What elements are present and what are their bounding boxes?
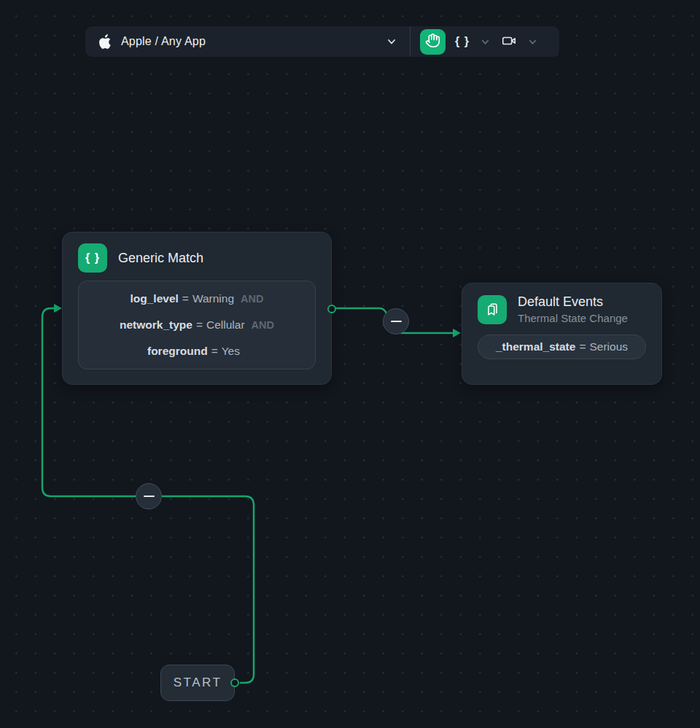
condition-value: Cellular — [206, 318, 245, 331]
condition-value: Warning — [192, 292, 234, 305]
video-camera-icon — [501, 33, 517, 51]
condition-row: foreground=Yes — [79, 345, 315, 358]
condition-operator: = — [579, 340, 586, 353]
camera-tool-button[interactable] — [499, 31, 518, 52]
node-start[interactable]: START — [160, 665, 235, 701]
app-selector-dropdown[interactable]: Apple / Any App — [85, 26, 410, 57]
condition-conjunction: AND — [252, 319, 274, 331]
condition-key: foreground — [147, 345, 208, 357]
node-header: Default Events Thermal State Change — [462, 283, 661, 332]
toolbar-tools: { } — [411, 29, 548, 55]
node-subtitle: Thermal State Change — [518, 312, 628, 324]
node-title: Default Events — [518, 294, 628, 310]
node-title: Generic Match — [118, 251, 203, 266]
condition-operator: = — [196, 318, 203, 331]
condition-row: network_type=CellularAND — [79, 318, 315, 332]
braces-icon: { } — [455, 35, 470, 48]
node-generic-match[interactable]: { } Generic Match log_level=WarningAND n… — [62, 232, 332, 385]
node-default-events[interactable]: Default Events Thermal State Change _the… — [462, 283, 662, 385]
top-toolbar: Apple / Any App { } — [85, 26, 559, 57]
condition-key: network_type — [120, 318, 192, 331]
conditions-box[interactable]: log_level=WarningAND network_type=Cellul… — [78, 281, 316, 369]
bookmarks-node-icon — [478, 295, 507, 324]
edge-arrowhead — [453, 329, 461, 337]
chevron-down-icon — [385, 35, 398, 48]
braces-node-icon: { } — [78, 243, 107, 273]
edge-remove-button[interactable] — [136, 483, 162, 509]
condition-row: log_level=WarningAND — [79, 292, 315, 305]
apple-logo-icon — [97, 34, 112, 50]
output-handle[interactable] — [230, 678, 239, 687]
node-header: { } Generic Match — [63, 232, 331, 280]
condition-value: Serious — [589, 340, 628, 353]
condition-operator: = — [182, 292, 189, 305]
minus-icon — [391, 321, 402, 323]
condition-operator: = — [211, 345, 218, 357]
chevron-down-icon[interactable] — [526, 36, 539, 48]
node-titles: Default Events Thermal State Change — [518, 294, 628, 324]
condition-key: log_level — [131, 292, 179, 305]
condition-conjunction: AND — [241, 293, 263, 305]
edge-remove-button[interactable] — [383, 308, 409, 334]
condition-pill[interactable]: _thermal_state=Serious — [478, 334, 646, 359]
start-label: START — [174, 676, 222, 690]
pan-tool-button[interactable] — [420, 29, 446, 55]
edge-arrowhead — [54, 304, 62, 313]
minus-icon — [144, 496, 155, 498]
app-selector-label: Apple / Any App — [121, 35, 206, 48]
chevron-down-icon[interactable] — [479, 36, 491, 48]
condition-value: Yes — [222, 345, 240, 357]
braces-tool-button[interactable]: { } — [454, 34, 471, 50]
condition-key: _thermal_state — [496, 340, 575, 353]
output-handle[interactable] — [327, 305, 336, 313]
hand-icon — [425, 33, 440, 50]
